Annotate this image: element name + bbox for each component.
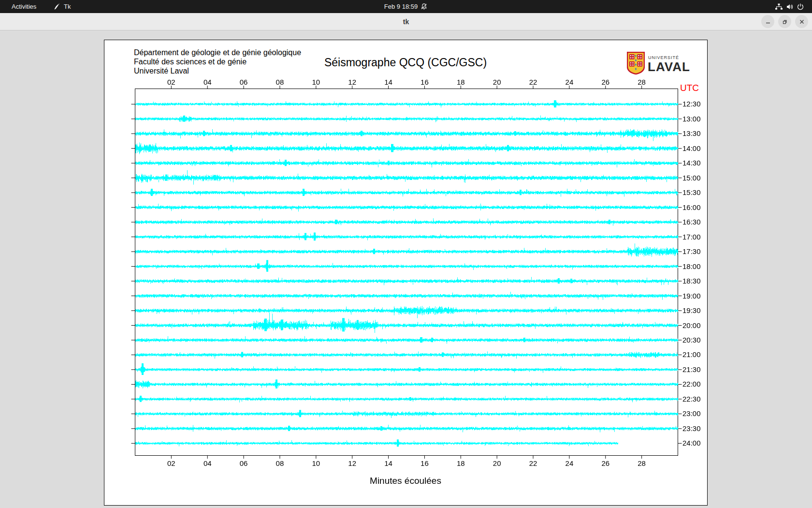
power-icon	[797, 3, 804, 11]
network-icon	[775, 3, 783, 11]
clock-label: Feb 9 18:59	[384, 3, 418, 10]
window-titlebar[interactable]: tk	[0, 13, 812, 30]
x-axis-title: Minutes écoulées	[370, 476, 441, 486]
maximize-button[interactable]	[778, 15, 791, 28]
activities-label: Activities	[12, 3, 36, 10]
seismogram-plot	[104, 40, 707, 505]
activities-button[interactable]: Activities	[12, 0, 36, 13]
gnome-top-bar: Activities Tk Feb 9 18:59	[0, 0, 812, 13]
volume-icon	[786, 3, 794, 11]
system-status-area[interactable]	[775, 0, 804, 13]
focused-app-label: Tk	[64, 3, 71, 10]
focused-app-menu[interactable]: Tk	[53, 0, 71, 13]
tk-feather-icon	[53, 3, 61, 11]
clock-menu[interactable]: Feb 9 18:59	[384, 0, 428, 13]
window-title: tk	[0, 13, 812, 30]
close-button[interactable]	[795, 15, 808, 28]
minimize-button[interactable]	[761, 15, 774, 28]
seismograph-canvas-frame: Département de géologie et de génie géol…	[104, 40, 708, 506]
notifications-muted-icon	[420, 3, 428, 10]
